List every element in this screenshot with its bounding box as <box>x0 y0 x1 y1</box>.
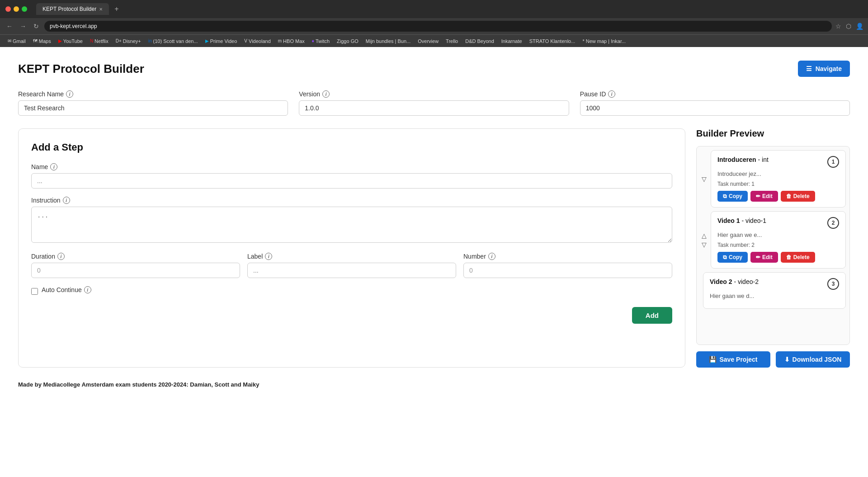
bookmark-trello[interactable]: Trello <box>443 38 461 45</box>
bookmark-youtube[interactable]: ▶ YouTube <box>55 38 86 45</box>
footer-text: Made by Mediacollege Amsterdam exam stud… <box>18 381 259 388</box>
navigate-button[interactable]: ☰ Navigate <box>798 61 850 77</box>
add-step-panel: Add a Step Name i Instruction i <box>18 128 685 368</box>
reload-button[interactable]: ↻ <box>32 22 41 31</box>
browser-tab[interactable]: KEPT Protocol Builder ✕ <box>36 3 109 15</box>
new-tab-icon[interactable]: + <box>114 5 118 13</box>
step-instruction-info-icon[interactable]: i <box>63 197 70 204</box>
duration-info-icon[interactable]: i <box>57 253 65 260</box>
arrow-controls-2: △ ▽ <box>700 231 708 249</box>
step-number-3: 3 <box>827 278 839 290</box>
step-instruction-textarea[interactable] <box>31 207 672 243</box>
add-step-title: Add a Step <box>31 142 672 153</box>
preview-card-desc-3: Hier gaan we d... <box>710 293 839 299</box>
bookmark-ziggo[interactable]: Ziggo GO <box>334 38 362 45</box>
copy-icon-2: ⧉ <box>723 254 727 260</box>
minimize-traffic-light[interactable] <box>14 6 19 12</box>
bookmark-overview[interactable]: Overview <box>415 38 442 45</box>
maps-icon: 🗺 <box>33 38 38 43</box>
preview-item-row-3: Video 2 - video-2 3 Hier gaan we d... <box>700 272 846 309</box>
bookmark-hbomax[interactable]: m HBO Max <box>275 38 308 45</box>
profile-icon[interactable]: 👤 <box>856 23 863 30</box>
bookmark-videoland[interactable]: V Videoland <box>241 38 274 45</box>
step-name-info-icon[interactable]: i <box>50 163 57 170</box>
extensions-icon[interactable]: ⬡ <box>846 23 851 30</box>
maximize-traffic-light[interactable] <box>22 6 27 12</box>
version-info-icon[interactable]: i <box>322 90 330 98</box>
bookmark-strato[interactable]: STRATO Klantenlo... <box>526 38 579 45</box>
download-icon: ⬇ <box>784 356 790 363</box>
research-name-info-icon[interactable]: i <box>66 90 73 98</box>
bookmark-newmap[interactable]: * New map | Inkar... <box>579 38 629 45</box>
forward-button[interactable]: → <box>18 22 28 31</box>
tab-close-icon[interactable]: ✕ <box>99 7 103 12</box>
version-input[interactable] <box>299 100 569 116</box>
auto-continue-info-icon[interactable]: i <box>84 286 91 293</box>
number-info-icon[interactable]: i <box>488 253 495 260</box>
add-button[interactable]: Add <box>632 307 672 324</box>
auto-continue-label: Auto Continue i <box>42 286 91 293</box>
step-name-input[interactable] <box>31 173 672 189</box>
back-button[interactable]: ← <box>5 22 14 31</box>
research-name-input[interactable] <box>18 100 288 116</box>
step-name-label: Name i <box>31 163 672 170</box>
arrow-up-2[interactable]: △ <box>700 231 708 240</box>
preview-title: Builder Preview <box>696 128 850 139</box>
step-number-1: 1 <box>827 156 839 168</box>
copy-button-1[interactable]: ⧉ Copy <box>717 191 748 202</box>
address-bar[interactable] <box>44 21 832 32</box>
star-icon[interactable]: ☆ <box>835 23 841 30</box>
browser-chrome: KEPT Protocol Builder ✕ + <box>0 0 868 18</box>
close-traffic-light[interactable] <box>5 6 11 12</box>
copy-button-2[interactable]: ⧉ Copy <box>717 252 748 263</box>
arrow-down-2[interactable]: ▽ <box>700 241 708 249</box>
duration-input[interactable] <box>31 263 240 278</box>
top-form-row: Research Name i Version i Pause ID i <box>18 90 850 116</box>
step-inline-row: Duration i Label i Number i <box>31 253 672 278</box>
bookmarks-bar: ✉ Gmail 🗺 Maps ▶ YouTube N Netflix D+ Di… <box>0 34 868 47</box>
duration-group: Duration i <box>31 253 240 278</box>
bookmark-maps[interactable]: 🗺 Maps <box>30 38 54 45</box>
preview-actions-row: 💾 Save Project ⬇ Download JSON <box>696 351 850 368</box>
number-label: Number i <box>463 253 672 260</box>
download-json-button[interactable]: ⬇ Download JSON <box>776 351 850 368</box>
delete-button-1[interactable]: 🗑 Delete <box>781 191 815 202</box>
edit-button-2[interactable]: ✏ Edit <box>750 252 778 263</box>
label-info-icon[interactable]: i <box>265 253 272 260</box>
bookmark-twitch[interactable]: ♦ Twitch <box>309 38 333 45</box>
bookmark-gmail[interactable]: ✉ Gmail <box>5 38 29 45</box>
bookmark-netflix[interactable]: N Netflix <box>87 38 112 45</box>
research-name-group: Research Name i <box>18 90 288 116</box>
bookmark-bundles[interactable]: Mijn bundles | Bun... <box>363 38 414 45</box>
preview-card-header-3: Video 2 - video-2 3 <box>710 278 839 290</box>
save-project-button[interactable]: 💾 Save Project <box>696 351 770 368</box>
pause-id-input[interactable] <box>580 100 850 116</box>
add-btn-row: Add <box>31 307 672 324</box>
bookmark-linkedin[interactable]: in (10) Scott van den... <box>145 38 201 45</box>
number-input[interactable] <box>463 263 672 278</box>
step-instruction-label: Instruction i <box>31 197 672 204</box>
bookmark-dnd[interactable]: D&D Beyond <box>462 38 497 45</box>
label-input[interactable] <box>247 263 456 278</box>
pause-id-info-icon[interactable]: i <box>608 90 615 98</box>
preview-card-header-2: Video 1 - video-1 2 <box>717 217 839 229</box>
bookmark-inkarnate[interactable]: Inkarnate <box>498 38 525 45</box>
traffic-lights <box>5 6 27 12</box>
edit-button-1[interactable]: ✏ Edit <box>750 191 778 202</box>
arrow-down-1[interactable]: ▽ <box>700 175 708 183</box>
navigate-label: Navigate <box>816 65 842 72</box>
copy-icon-1: ⧉ <box>723 193 727 199</box>
menu-icon: ☰ <box>806 65 812 72</box>
number-group: Number i <box>463 253 672 278</box>
duration-label: Duration i <box>31 253 240 260</box>
step-name-group: Name i <box>31 163 672 189</box>
bookmark-disney[interactable]: D+ Disney+ <box>113 38 144 45</box>
preview-card-actions-2: ⧉ Copy ✏ Edit 🗑 Delete <box>717 252 839 263</box>
bookmark-prime[interactable]: ▶ Prime Video <box>202 38 241 45</box>
delete-icon-1: 🗑 <box>786 193 792 199</box>
preview-item-row-1: ▽ Introduceren - int 1 Introduceer jez..… <box>700 150 846 208</box>
preview-scroll[interactable]: ▽ Introduceren - int 1 Introduceer jez..… <box>696 146 850 345</box>
auto-continue-checkbox[interactable] <box>31 288 38 295</box>
delete-icon-2: 🗑 <box>786 254 792 260</box>
delete-button-2[interactable]: 🗑 Delete <box>781 252 815 263</box>
